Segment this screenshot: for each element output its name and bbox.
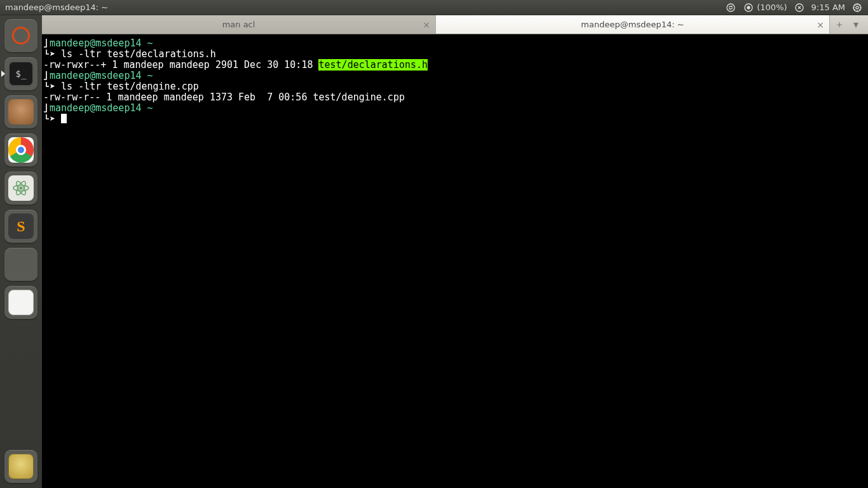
prompt-corner-icon	[43, 71, 50, 81]
output-1-highlight: test/declarations.h	[318, 59, 428, 71]
launcher-dbeaver[interactable]	[4, 95, 37, 128]
tab-shell[interactable]: mandeep@msdeep14: ~ ×	[436, 15, 830, 34]
prompt-user: mandeep	[50, 37, 90, 49]
prompt-user: mandeep	[50, 102, 90, 114]
svg-point-2	[747, 6, 750, 9]
launcher-trash[interactable]	[4, 450, 37, 483]
prompt-at: @	[90, 102, 95, 114]
svg-point-5	[856, 6, 858, 9]
close-icon[interactable]: ×	[817, 20, 824, 30]
terminal-window: man acl × mandeep@msdeep14: ~ × ▾ mandee…	[42, 15, 868, 488]
output-2: -rw-rw-r-- 1 mandeep mandeep 1373 Feb 7 …	[43, 92, 405, 103]
cursor	[61, 114, 67, 123]
prompt-host: msdeep14	[95, 102, 141, 114]
launcher-codeblocks[interactable]	[4, 248, 37, 281]
command-1: ls -ltr test/declarations.h	[61, 48, 216, 60]
clock[interactable]: 9:15 AM	[811, 3, 845, 12]
new-tab-button[interactable]	[830, 15, 849, 34]
launcher-terminal[interactable]: $_	[4, 57, 37, 90]
tab-label: mandeep@msdeep14: ~	[581, 20, 684, 29]
prompt-arrow: ➤	[50, 113, 55, 125]
prompt-user: mandeep	[50, 70, 90, 81]
prompt-arrow: ➤	[50, 48, 55, 60]
prompt-at: @	[90, 70, 95, 81]
output-1-pre: -rw-rwxr--+ 1 mandeep mandeep 2901 Dec 3…	[43, 59, 318, 71]
prompt-host: msdeep14	[95, 70, 141, 81]
prompt-corner-icon	[43, 114, 50, 125]
tab-man-acl[interactable]: man acl ×	[42, 15, 436, 34]
launcher-dash[interactable]	[4, 19, 37, 52]
launcher-sublime[interactable]: S	[4, 210, 37, 243]
sync-icon[interactable]	[725, 2, 736, 13]
tabs-menu-icon[interactable]: ▾	[849, 15, 863, 34]
top-menubar: mandeep@msdeep14: ~ (100%) 9:15 AM	[0, 0, 868, 15]
command-2: ls -ltr test/dengine.cpp	[61, 81, 199, 92]
prompt-path: ~	[147, 37, 153, 49]
terminal-body[interactable]: mandeep@msdeep14 ~ ➤ ls -ltr test/declar…	[42, 34, 868, 128]
launcher-files[interactable]	[4, 286, 37, 319]
terminal-tabs: man acl × mandeep@msdeep14: ~ × ▾	[42, 15, 868, 34]
gear-icon[interactable]	[851, 2, 863, 13]
svg-point-9	[20, 187, 22, 189]
battery-icon[interactable]	[743, 2, 754, 13]
prompt-arrow: ➤	[50, 81, 55, 92]
prompt-at: @	[90, 37, 95, 49]
tab-label: man acl	[222, 20, 255, 29]
close-icon[interactable]: ×	[423, 20, 430, 30]
battery-percent: (100%)	[757, 3, 787, 12]
prompt-path: ~	[147, 70, 153, 81]
prompt-corner-icon	[43, 38, 50, 49]
prompt-path: ~	[147, 102, 153, 114]
prompt-corner-icon	[43, 49, 50, 60]
svg-point-0	[727, 4, 735, 11]
unity-launcher: $_ S	[0, 15, 42, 488]
launcher-atom[interactable]	[4, 172, 37, 205]
prompt-corner-icon	[43, 81, 50, 92]
close-session-icon[interactable]	[794, 2, 805, 13]
prompt-host: msdeep14	[95, 37, 141, 49]
window-title: mandeep@msdeep14: ~	[5, 3, 725, 12]
prompt-corner-icon	[43, 103, 50, 114]
launcher-chrome[interactable]	[4, 133, 37, 166]
